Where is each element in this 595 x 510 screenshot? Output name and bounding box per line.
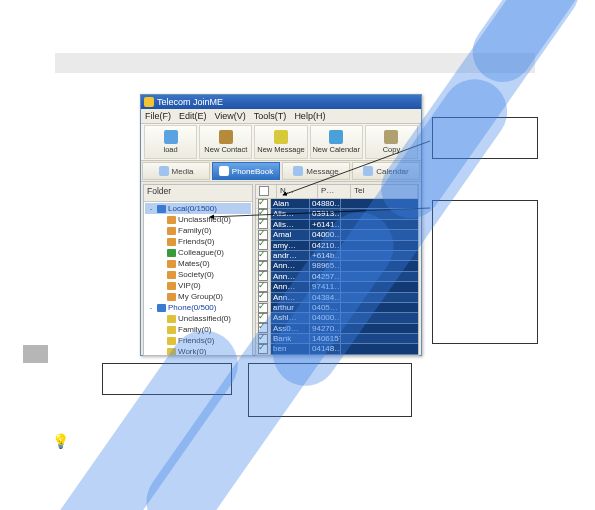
cell-p: 04214… [310, 355, 341, 356]
expand-icon[interactable]: - [147, 302, 155, 313]
titlebar: Telecom JoinME [141, 95, 421, 109]
menubar[interactable]: File(F) Edit(E) View(V) Tools(T) Help(H) [141, 109, 421, 124]
table-row[interactable]: Bank1406157 [256, 334, 418, 344]
tree-item[interactable]: Mates(0) [145, 258, 251, 269]
grid-header[interactable]: N… P… Tel [256, 185, 418, 199]
folder-header: Folder [144, 185, 252, 202]
tree-item[interactable]: My Group(0) [145, 291, 251, 302]
tree-label: Family(0) [178, 225, 211, 236]
cell-p: 0405… [310, 303, 341, 312]
tool-label: New Contact [204, 145, 247, 154]
tree-item[interactable]: VIP(0) [145, 280, 251, 291]
tool-label: Copy [383, 145, 401, 154]
folder-icon [167, 249, 176, 257]
tree-item[interactable]: Friends(0) [145, 335, 251, 346]
toolbar-new-contact[interactable]: New Contact [199, 125, 252, 159]
toolbar-new-message[interactable]: New Message [254, 125, 307, 159]
cell-p: 04210… [310, 241, 341, 250]
menu-tools[interactable]: Tools(T) [254, 111, 287, 121]
tool-icon [164, 130, 178, 144]
expand-icon[interactable]: - [147, 203, 155, 214]
grid-header-tel[interactable]: Tel [351, 185, 418, 198]
tree-item[interactable]: -Local(0/1500) [145, 203, 251, 214]
toolbar-new-calendar[interactable]: New Calendar [310, 125, 363, 159]
tab-message[interactable]: Message [282, 162, 350, 180]
cell-p: 04257… [310, 272, 341, 281]
tab-icon [293, 166, 303, 176]
callout-right [432, 200, 538, 344]
toolbar-load[interactable]: load [144, 125, 197, 159]
folder-icon [167, 282, 176, 290]
table-row[interactable]: Ann…97411… [256, 282, 418, 292]
cell-tel [341, 261, 418, 270]
tab-label: Message [306, 167, 338, 176]
menu-edit[interactable]: Edit(E) [179, 111, 207, 121]
cell-p: 94270… [310, 324, 341, 333]
cell-name: Ann… [271, 272, 310, 281]
table-row[interactable]: Alan04880… [256, 199, 418, 209]
tree-item[interactable]: -Phone(0/500) [145, 302, 251, 313]
tree-item[interactable]: Colleague(0) [145, 247, 251, 258]
tree-item[interactable]: Friends(0) [145, 236, 251, 247]
tab-media[interactable]: Media [142, 162, 210, 180]
tree-item[interactable]: Work(0) [145, 346, 251, 355]
table-row[interactable]: andr…+614b… [256, 251, 418, 261]
tree-label: Mates(0) [178, 258, 210, 269]
table-row[interactable]: amy…04210… [256, 241, 418, 251]
tree-item[interactable]: Family(0) [145, 225, 251, 236]
app-window: Telecom JoinME File(F) Edit(E) View(V) T… [140, 94, 422, 356]
table-row[interactable]: Ann…98965… [256, 261, 418, 271]
folder-icon [167, 271, 176, 279]
cell-p: 04384… [310, 293, 341, 302]
tree-item[interactable]: Unclassified(0) [145, 214, 251, 225]
tree-label: Colleague(0) [178, 247, 224, 258]
table-row[interactable]: Alis…+6141… [256, 220, 418, 230]
table-row[interactable]: Alis…03913… [256, 209, 418, 219]
cell-tel [341, 282, 418, 291]
table-row[interactable]: ben04148… [256, 344, 418, 354]
table-row[interactable]: Ass0…94270… [256, 324, 418, 334]
menu-view[interactable]: View(V) [215, 111, 246, 121]
cell-tel [341, 303, 418, 312]
cell-name: Alan [271, 199, 310, 208]
table-row[interactable]: Ann…04257… [256, 272, 418, 282]
tab-icon [219, 166, 229, 176]
tool-label: load [164, 145, 178, 154]
toolbar: loadNew ContactNew MessageNew CalendarCo… [141, 124, 421, 161]
tab-icon [159, 166, 169, 176]
tree-item[interactable]: Family(0) [145, 324, 251, 335]
cell-tel [341, 324, 418, 333]
table-row[interactable]: Ben…04214… [256, 355, 418, 356]
contacts-grid: N… P… Tel Alan04880…Alis…03913…Alis…+614… [255, 184, 419, 356]
tree-item[interactable]: Unclassified(0) [145, 313, 251, 324]
tool-icon [274, 130, 288, 144]
cell-tel [341, 230, 418, 239]
tab-calendar[interactable]: Calendar [352, 162, 420, 180]
cell-tel [341, 272, 418, 281]
table-row[interactable]: arthur0405… [256, 303, 418, 313]
lightbulb-icon: 💡 [52, 433, 69, 449]
cell-p: 03913… [310, 209, 341, 218]
tree-label: Phone(0/500) [168, 302, 216, 313]
cell-tel [341, 241, 418, 250]
folder-tree[interactable]: -Local(0/1500)Unclassified(0)Family(0)Fr… [144, 202, 252, 355]
menu-help[interactable]: Help(H) [294, 111, 325, 121]
grid-header-p[interactable]: P… [318, 185, 351, 198]
folder-icon [167, 348, 176, 356]
table-row[interactable]: Ashl…04000… [256, 313, 418, 323]
cell-tel [341, 313, 418, 322]
table-row[interactable]: Amal04000… [256, 230, 418, 240]
tab-phonebook[interactable]: PhoneBook [212, 162, 280, 180]
tab-label: Media [172, 167, 194, 176]
tab-label: PhoneBook [232, 167, 273, 176]
table-row[interactable]: Ann…04384… [256, 293, 418, 303]
row-checkbox[interactable] [256, 355, 271, 356]
menu-file[interactable]: File(F) [145, 111, 171, 121]
tree-label: Unclassified(0) [178, 313, 231, 324]
grid-header-name[interactable]: N… [277, 185, 318, 198]
cell-tel [341, 220, 418, 229]
tree-item[interactable]: Society(0) [145, 269, 251, 280]
folder-icon [167, 227, 176, 235]
grid-body[interactable]: Alan04880…Alis…03913…Alis…+6141…Amal0400… [256, 199, 418, 356]
toolbar-copy[interactable]: Copy [365, 125, 418, 159]
